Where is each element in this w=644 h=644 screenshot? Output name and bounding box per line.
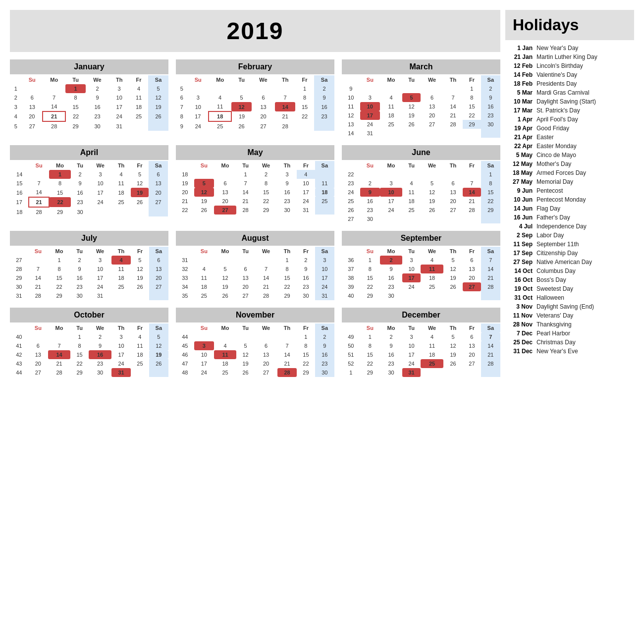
holiday-date: 21 Apr <box>508 134 533 141</box>
calendar-day: 28 <box>48 368 70 377</box>
day-header-sa: Sa <box>481 161 500 170</box>
calendar-day: 30 <box>71 207 89 216</box>
calendar-day: 17 <box>188 111 209 121</box>
list-item: 18 MayArmed Forces Day <box>505 169 634 177</box>
holiday-name: Boss's Day <box>537 276 566 283</box>
calendar-day: 16 <box>297 273 315 282</box>
week-number: 15 <box>10 179 29 188</box>
day-header-th: Th <box>443 161 463 170</box>
calendar-day: 17 <box>194 359 215 368</box>
holiday-name: Labor Day <box>537 232 564 239</box>
calendar-day: 1 <box>70 332 89 341</box>
calendar-day: 8 <box>255 179 277 188</box>
day-header-mo: Mo <box>380 323 402 332</box>
day-header-fr: Fr <box>463 75 481 84</box>
calendar-day: 22 <box>277 282 297 291</box>
week-num-header <box>176 75 188 84</box>
calendar-day: 17 <box>402 350 421 359</box>
calendar-day: 16 <box>70 273 89 282</box>
calendar-day: 10 <box>89 179 111 188</box>
calendar-day: 16 <box>380 273 402 282</box>
calendar-day: 5 <box>214 265 236 273</box>
calendar-day: 7 <box>29 179 49 188</box>
week-number: 5 <box>10 121 22 131</box>
week-number: 31 <box>176 256 194 265</box>
calendar-day: 23 <box>360 206 380 215</box>
calendar-day: 5 <box>194 179 215 188</box>
calendar-day: 11 <box>421 341 443 350</box>
calendar-day: 19 <box>148 102 168 111</box>
calendar-day <box>402 170 421 179</box>
week-num-header <box>342 161 360 170</box>
calendar-day: 7 <box>28 265 49 273</box>
calendar-day: 23 <box>71 197 89 207</box>
day-header-we: We <box>89 161 111 170</box>
calendar-day: 28 <box>277 368 297 377</box>
calendar-day: 16 <box>86 102 109 111</box>
calendar-day: 12 <box>443 341 463 350</box>
calendar-day: 3 <box>109 84 129 93</box>
calendar-day: 19 <box>231 111 251 121</box>
day-header-sa: Sa <box>315 247 334 256</box>
month-february: FebruarySuMoTuWeThFrSa512634567897101112… <box>176 59 334 138</box>
day-header-mo: Mo <box>214 161 236 170</box>
day-header-we: We <box>421 161 443 170</box>
day-header-su: Su <box>360 161 380 170</box>
week-number: 16 <box>10 188 29 197</box>
calendar-day: 17 <box>380 197 402 206</box>
holiday-name: Mother's Day <box>537 161 571 167</box>
day-header-su: Su <box>360 323 380 332</box>
calendar-day: 12 <box>231 102 251 111</box>
month-april: AprilSuMoTuWeThFrSa141234561578910111213… <box>10 145 168 223</box>
calendar-day <box>402 129 421 138</box>
holiday-name: Armed Forces Day <box>537 169 586 176</box>
calendar-day: 30 <box>86 121 109 131</box>
week-number: 43 <box>10 359 28 368</box>
calendar-day: 1 <box>48 256 70 265</box>
day-header-mo: Mo <box>380 247 402 256</box>
calendar-day: 3 <box>277 170 297 179</box>
holiday-date: 4 Jul <box>508 223 533 230</box>
week-number: 21 <box>176 197 194 206</box>
month-december: DecemberSuMoTuWeThFrSa491234567508910111… <box>342 308 500 377</box>
day-header-tu: Tu <box>236 247 255 256</box>
calendar-day: 8 <box>49 179 71 188</box>
day-header-we: We <box>421 247 443 256</box>
holiday-name: Citizenship Day <box>537 250 578 257</box>
calendar-day: 30 <box>360 215 380 223</box>
calendar-day: 4 <box>129 84 148 93</box>
calendar-day: 30 <box>315 368 334 377</box>
holiday-name: Daylight Saving (Start) <box>537 98 596 105</box>
week-number: 8 <box>176 111 188 121</box>
calendar-day: 22 <box>360 359 380 368</box>
day-header-sa: Sa <box>149 323 168 332</box>
day-header-sa: Sa <box>481 247 500 256</box>
calendar-day: 31 <box>315 291 334 300</box>
calendar-day: 23 <box>314 111 334 121</box>
calendar-day: 24 <box>89 197 111 207</box>
calendar-day: 7 <box>481 332 500 341</box>
week-number: 11 <box>342 102 360 111</box>
calendar-day <box>421 84 443 93</box>
calendar-day <box>402 215 421 223</box>
day-header-th: Th <box>111 247 131 256</box>
calendar-day <box>463 129 481 138</box>
calendar-day <box>236 332 255 341</box>
calendar-day: 1 <box>360 332 380 341</box>
week-number: 32 <box>176 265 194 273</box>
calendar-day: 11 <box>111 179 131 188</box>
calendar-day <box>149 291 168 300</box>
day-header-fr: Fr <box>463 247 481 256</box>
week-num-header <box>342 247 360 256</box>
holiday-name: Sweetest Day <box>537 285 573 292</box>
month-table: SuMoTuWeThFrSa40123454167891011124213141… <box>10 323 168 377</box>
day-header-sa: Sa <box>481 75 500 84</box>
calendar-day: 20 <box>252 111 275 121</box>
week-num-header <box>342 75 360 84</box>
week-number: 17 <box>10 197 29 207</box>
calendar-day: 31 <box>109 121 129 131</box>
week-number: 22 <box>342 170 360 179</box>
calendar-day: 21 <box>481 273 500 282</box>
list-item: 12 MayMother's Day <box>505 160 634 168</box>
week-number: 22 <box>176 206 194 215</box>
